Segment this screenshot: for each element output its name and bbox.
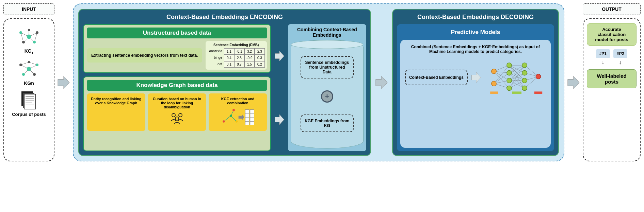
- svg-point-12: [28, 29, 30, 31]
- sentence-emb-box: Sentence Embeddings from Unstructured Da…: [301, 56, 354, 78]
- svg-rect-27: [24, 94, 36, 109]
- svg-line-36: [224, 116, 231, 122]
- svg-line-5: [34, 33, 37, 42]
- arrow-input-to-main: [57, 3, 70, 161]
- unstructured-block: Unstructured based data Extracting sente…: [83, 24, 271, 73]
- svg-point-84: [507, 86, 512, 90]
- svg-point-41: [235, 120, 238, 123]
- arrow-down-icon: ↓: [619, 59, 622, 66]
- combining-panel: Combining Context-Based Embeddings Sente…: [288, 24, 366, 151]
- svg-point-23: [33, 73, 36, 76]
- svg-point-88: [522, 86, 527, 90]
- arrow-emb-to-nn: [471, 70, 481, 85]
- arrow-down-icon: ↓: [601, 59, 605, 66]
- svg-point-35: [175, 117, 179, 120]
- output-panel: Accurate classification model for posts …: [583, 18, 641, 161]
- p1-tag: #P1: [596, 49, 610, 58]
- decoding-title: Context-Based Embeddings DECODING: [397, 14, 554, 21]
- svg-point-34: [179, 113, 182, 117]
- kgdata-block: Knowledge Graph based data Entity recogn…: [83, 76, 271, 151]
- neural-net-icon: [485, 59, 546, 96]
- kge-viz-icon: [221, 107, 255, 127]
- encoding-panel: Context-Based Embeddings ENCODING Unstru…: [78, 9, 371, 156]
- svg-point-10: [22, 41, 25, 43]
- kgdata-title: Knowledge Graph based data: [87, 80, 267, 91]
- kgn-icon: [15, 59, 43, 79]
- arrow-encoding-to-decoding: [375, 9, 388, 156]
- svg-line-78: [525, 76, 538, 88]
- accurate-model-box: Accurate classification model for posts: [587, 23, 637, 46]
- svg-rect-43: [245, 110, 249, 125]
- context-emb-box: Context-Based Embeddings: [405, 70, 468, 85]
- svg-rect-91: [512, 91, 521, 94]
- svg-point-40: [229, 115, 232, 117]
- p2-tag: #P2: [613, 49, 627, 58]
- svg-point-89: [536, 74, 541, 79]
- svg-point-7: [19, 31, 22, 34]
- corpus-label: Corpus of posts: [12, 112, 46, 117]
- arrow-unstructured-to-combine: [274, 48, 285, 64]
- svg-point-87: [522, 78, 527, 83]
- main-pipeline: Context-Based Embeddings ENCODING Unstru…: [73, 3, 564, 161]
- svg-point-24: [28, 61, 30, 63]
- predictive-panel: Predictive Models Combined (Sentence Emb…: [397, 24, 554, 151]
- svg-point-33: [172, 113, 175, 117]
- svg-point-39: [223, 120, 225, 123]
- curation-box: Curation based on human in the loop for …: [148, 93, 206, 131]
- people-icon: [167, 111, 187, 125]
- extract-text: Extracting sentence embedding vectors fr…: [87, 48, 202, 63]
- combining-cylinder: Sentence Embeddings from Unstructured Da…: [291, 40, 364, 148]
- well-labeled-box: Well-labeled posts: [587, 69, 637, 88]
- kge-box: KGE extraction and combination: [209, 93, 267, 131]
- svg-rect-44: [250, 110, 254, 125]
- kgn-label: KGn: [24, 81, 34, 86]
- svg-point-22: [22, 73, 25, 76]
- input-panel: KG1: [3, 18, 54, 161]
- svg-point-82: [507, 70, 512, 75]
- svg-rect-92: [534, 91, 542, 94]
- svg-point-85: [522, 63, 527, 68]
- svg-rect-90: [490, 91, 498, 94]
- output-header: OUTPUT: [583, 3, 641, 15]
- svg-point-11: [33, 41, 36, 43]
- arrow-kg-to-combine: [274, 112, 285, 127]
- encoding-title: Context-Based Embeddings ENCODING: [83, 14, 366, 21]
- svg-line-4: [21, 33, 23, 42]
- kge-emb-box: KGE Embeddings from KG: [301, 114, 354, 132]
- arrow-main-to-output: [567, 3, 580, 161]
- embedding-table: Sentence Embedding (EMB) anorexia 1.1 -0…: [206, 41, 267, 70]
- svg-point-8: [36, 31, 38, 34]
- corpus-icon: [19, 90, 39, 110]
- predictive-desc: Combined (Sentence Embeddings + KGE-Embe…: [405, 45, 546, 54]
- kg1-icon: [15, 26, 43, 47]
- svg-point-20: [36, 64, 38, 66]
- entity-box: Entity recognition and linking over a Kn…: [87, 93, 145, 131]
- unstructured-title: Unstructured based data: [87, 28, 267, 38]
- svg-point-80: [492, 81, 496, 86]
- svg-point-19: [19, 64, 22, 66]
- svg-point-9: [27, 35, 31, 39]
- decoding-panel: Context-Based Embeddings DECODING Predic…: [392, 9, 559, 156]
- svg-point-86: [522, 70, 527, 75]
- svg-point-79: [492, 69, 496, 74]
- svg-point-21: [27, 67, 31, 71]
- combining-title: Combining Context-Based Embeddings: [291, 27, 364, 38]
- svg-point-42: [232, 109, 235, 111]
- predictive-title: Predictive Models: [400, 28, 551, 37]
- kg1-label: KG1: [25, 48, 33, 55]
- plus-icon: +: [321, 90, 333, 103]
- input-header: INPUT: [3, 3, 54, 15]
- svg-point-81: [507, 63, 512, 68]
- svg-point-83: [507, 78, 512, 83]
- svg-line-37: [231, 116, 237, 122]
